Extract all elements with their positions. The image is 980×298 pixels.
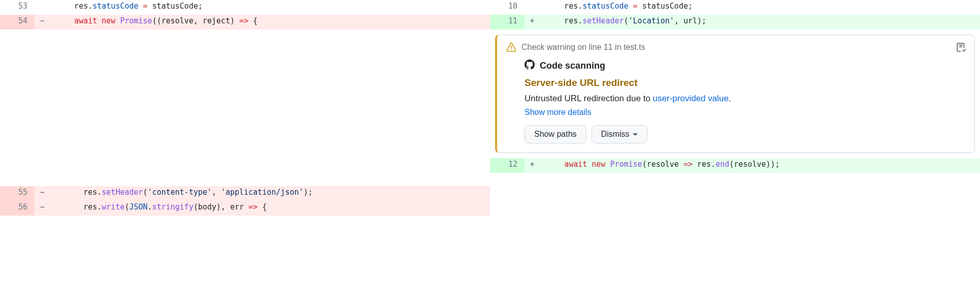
code-line[interactable]: res.setHeader('Location', url); (540, 15, 980, 29)
annotation-source-text: Code scanning (540, 61, 605, 71)
annotation-location-text: Check warning on line 11 in test.ts (521, 43, 645, 52)
diff-marker: + (525, 15, 540, 29)
github-icon (525, 59, 535, 72)
code-scanning-annotation: Check warning on line 11 in test.ts C (495, 35, 975, 153)
alert-description-link[interactable]: user-provided value (653, 94, 729, 103)
copy-button[interactable] (955, 41, 967, 55)
alert-title: Server-side URL redirect (525, 77, 965, 88)
diff-marker: − (35, 201, 50, 216)
diff-row[interactable]: 56− res.write(JSON.stringify(body), err … (0, 201, 490, 216)
diff-container: 53 res.statusCode = statusCode; 54− awai… (0, 0, 980, 216)
line-number[interactable]: 12 (490, 158, 525, 173)
diff-row[interactable]: 10 res.statusCode = statusCode; (490, 0, 980, 15)
diff-right-side: 10 res.statusCode = statusCode; 11+ res.… (490, 0, 980, 216)
diff-marker (35, 0, 50, 15)
code-line[interactable]: await new Promise((resolve, reject) => { (50, 15, 490, 29)
annotation-source: Code scanning (525, 59, 965, 72)
diff-marker: − (35, 15, 50, 29)
diff-row[interactable]: 12+ await new Promise(resolve => res.end… (490, 158, 980, 173)
diff-row[interactable]: 55− res.setHeader('content-type', 'appli… (0, 186, 490, 201)
diff-marker: − (35, 186, 50, 201)
diff-marker (525, 0, 540, 15)
diff-row[interactable]: 54− await new Promise((resolve, reject) … (0, 15, 490, 29)
code-line[interactable]: res.write(JSON.stringify(body), err => { (50, 201, 490, 216)
chevron-down-icon (633, 133, 638, 136)
alert-description-suffix: . (729, 94, 731, 103)
diff-left-filler (0, 29, 490, 186)
annotation-body: Code scanning Server-side URL redirect U… (506, 59, 965, 143)
alert-description: Untrusted URL redirection due to user-pr… (525, 94, 965, 104)
line-number[interactable]: 55 (0, 186, 35, 201)
line-number[interactable]: 11 (490, 15, 525, 29)
checklist-icon (956, 46, 966, 54)
line-number[interactable]: 56 (0, 201, 35, 216)
show-paths-button[interactable]: Show paths (525, 125, 586, 143)
dismiss-label: Dismiss (601, 130, 630, 139)
line-number[interactable]: 53 (0, 0, 35, 15)
line-number[interactable]: 10 (490, 0, 525, 15)
show-paths-label: Show paths (534, 130, 577, 139)
dismiss-button[interactable]: Dismiss (592, 125, 647, 143)
code-line[interactable]: res.setHeader('content-type', 'applicati… (50, 186, 490, 201)
line-number[interactable]: 54 (0, 15, 35, 29)
code-line[interactable]: res.statusCode = statusCode; (540, 0, 980, 15)
annotation-container: Check warning on line 11 in test.ts C (490, 29, 980, 158)
annotation-button-row: Show paths Dismiss (525, 125, 965, 143)
alert-triangle-icon (506, 42, 516, 52)
diff-row[interactable]: 11+ res.setHeader('Location', url); (490, 15, 980, 29)
alert-description-prefix: Untrusted URL redirection due to (525, 94, 653, 103)
annotation-header: Check warning on line 11 in test.ts (506, 42, 965, 52)
code-line[interactable]: await new Promise(resolve => res.end(res… (540, 158, 980, 173)
code-line[interactable]: res.statusCode = statusCode; (50, 0, 490, 15)
diff-left-side: 53 res.statusCode = statusCode; 54− awai… (0, 0, 490, 216)
diff-marker: + (525, 158, 540, 173)
show-more-details-link[interactable]: Show more details (525, 108, 592, 117)
diff-row[interactable]: 53 res.statusCode = statusCode; (0, 0, 490, 15)
